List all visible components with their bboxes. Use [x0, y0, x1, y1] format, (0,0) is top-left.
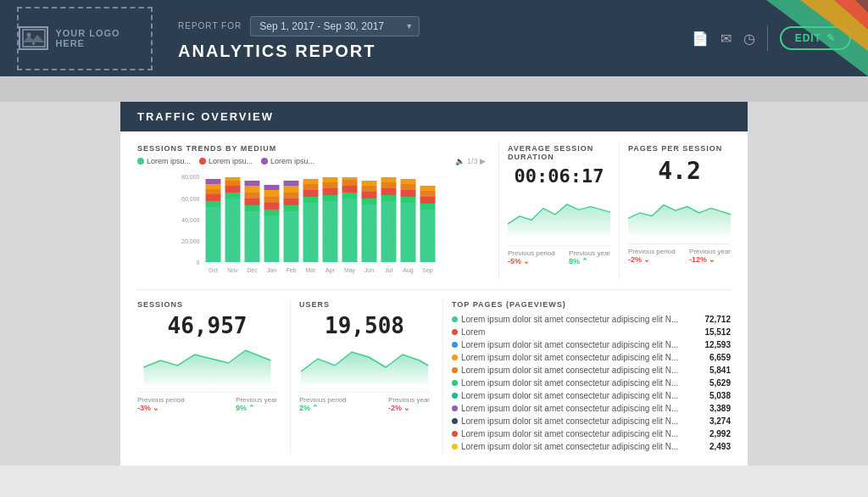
- page-row-left: Lorem ipsum dolor sit amet consectetur a…: [452, 366, 703, 375]
- svg-rect-31: [245, 198, 260, 205]
- pages-prev-year-change: -12% ⌄: [689, 255, 731, 264]
- sub-header: [0, 76, 868, 102]
- avg-prev-year: Previous year 8% ⌃: [569, 249, 610, 265]
- page-row-left: Lorem: [452, 327, 698, 337]
- pages-per-session-label: PAGES PER SESSION: [628, 144, 731, 153]
- section-title: TRAFFIC OVERVIEW: [137, 110, 274, 123]
- date-range-select[interactable]: Sep 1, 2017 - Sep 30, 2017: [250, 16, 420, 36]
- svg-rect-26: [225, 186, 241, 193]
- sessions-value: 46,957: [137, 313, 277, 338]
- page-text: Lorem ipsum dolor sit amet consectetur a…: [461, 366, 678, 375]
- svg-rect-18: [206, 207, 221, 262]
- page-text: Lorem ipsum dolor sit amet consectetur a…: [461, 378, 678, 388]
- corner-decoration: [766, 0, 868, 76]
- right-panels: AVERAGE SESSION DURATION 00:06:17: [498, 144, 731, 279]
- svg-rect-62: [362, 204, 377, 262]
- sessions-prev-period: Previous period -3% ⌄: [137, 396, 185, 412]
- page-text: Lorem ipsum dolor sit amet consectetur a…: [461, 353, 678, 362]
- svg-rect-46: [284, 181, 299, 186]
- pages-per-session-value: 4.2: [628, 157, 731, 185]
- svg-rect-57: [342, 198, 358, 262]
- sessions-prev-year-change: 9% ⌃: [236, 404, 277, 412]
- svg-rect-80: [420, 191, 436, 197]
- page-dot: [452, 418, 458, 424]
- top-page-row: Lorem ipsum dolor sit amet consectetur a…: [452, 440, 731, 453]
- top-page-row: Lorem 15,512: [452, 326, 731, 338]
- users-panel: USERS 19,508 P: [290, 300, 430, 453]
- svg-rect-37: [264, 203, 280, 209]
- logo-text: YOUR LOGO HERE: [55, 28, 151, 48]
- svg-rect-27: [225, 181, 241, 186]
- top-page-row: Lorem ipsum dolor sit amet consectetur a…: [452, 377, 731, 389]
- users-value: 19,508: [299, 313, 430, 338]
- bottom-charts-row: SESSIONS 46,957: [137, 289, 731, 453]
- page-value: 5,629: [709, 378, 731, 388]
- page-dot: [452, 380, 458, 386]
- page-dot: [452, 393, 458, 399]
- svg-rect-68: [381, 195, 397, 201]
- white-container: TRAFFIC OVERVIEW SESSIONS TRENDS BY MEDI…: [120, 102, 748, 466]
- svg-rect-23: [206, 179, 221, 184]
- svg-rect-54: [323, 188, 338, 195]
- legend-dot-1: [137, 158, 144, 165]
- svg-rect-40: [264, 185, 280, 190]
- svg-text:60,000: 60,000: [181, 196, 200, 202]
- page-value: 15,512: [704, 327, 731, 337]
- svg-rect-20: [206, 194, 221, 201]
- users-prev-year: Previous year -2% ⌄: [388, 396, 430, 412]
- svg-rect-69: [381, 188, 397, 195]
- page-dot: [452, 367, 458, 373]
- legend-row: Lorem ipsu... Lorem ipsu... Lorem ipsu..…: [137, 157, 486, 165]
- svg-rect-77: [420, 209, 436, 262]
- pages-per-session-chart: [628, 189, 731, 236]
- svg-rect-38: [264, 197, 280, 203]
- avg-prev-year-change: 8% ⌃: [569, 257, 610, 265]
- svg-rect-76: [401, 179, 416, 184]
- logo-area: + YOUR LOGO HERE: [17, 7, 153, 70]
- date-select-wrapper[interactable]: Sep 1, 2017 - Sep 30, 2017: [250, 16, 420, 36]
- users-chart: [299, 342, 430, 384]
- users-label: USERS: [299, 300, 430, 309]
- page-row-left: Lorem ipsum dolor sit amet consectetur a…: [452, 378, 703, 388]
- svg-rect-24: [225, 198, 241, 262]
- page-value: 6,659: [709, 353, 731, 362]
- svg-marker-96: [144, 350, 271, 384]
- svg-rect-48: [303, 197, 319, 203]
- svg-rect-71: [381, 177, 397, 182]
- svg-rect-43: [284, 198, 299, 205]
- svg-rect-53: [323, 195, 338, 201]
- svg-rect-42: [284, 205, 299, 211]
- page-dot: [452, 444, 458, 450]
- bar-chart-svg: 80,000 60,000 40,000 20,000 0: [137, 169, 486, 279]
- pages-prev-period-change: -2% ⌄: [628, 255, 676, 264]
- svg-rect-70: [381, 182, 397, 188]
- sessions-prev-year: Previous year 9% ⌃: [236, 396, 277, 412]
- top-page-row: Lorem ipsum dolor sit amet consectetur a…: [452, 402, 731, 415]
- svg-rect-36: [264, 209, 280, 215]
- page-row-left: Lorem ipsum dolor sit amet consectetur a…: [452, 416, 703, 426]
- top-page-row: Lorem ipsum dolor sit amet consectetur a…: [452, 338, 731, 351]
- svg-text:80,000: 80,000: [181, 174, 200, 180]
- svg-text:Sep: Sep: [422, 267, 433, 274]
- svg-rect-52: [323, 201, 338, 262]
- svg-rect-25: [225, 193, 241, 198]
- users-prev-period: Previous period 2% ⌃: [299, 396, 347, 412]
- svg-rect-47: [303, 203, 319, 262]
- clock-icon[interactable]: ◷: [743, 31, 755, 47]
- legend-label-3: Lorem ipsu...: [270, 157, 314, 165]
- avg-session-chart: [508, 191, 610, 237]
- svg-rect-44: [284, 193, 299, 198]
- email-icon[interactable]: ✉: [721, 31, 732, 47]
- page-text: Lorem: [461, 327, 485, 337]
- svg-rect-50: [303, 184, 319, 190]
- svg-rect-19: [206, 201, 221, 207]
- analytics-title: ANALYTICS REPORT: [178, 42, 675, 61]
- svg-text:40,000: 40,000: [181, 217, 200, 223]
- download-icon[interactable]: 📄: [692, 31, 709, 47]
- users-footer: Previous period 2% ⌃ Previous year -2% ⌄: [299, 392, 430, 412]
- top-page-row: Lorem ipsum dolor sit amet consectetur a…: [452, 351, 731, 364]
- page-value: 2,493: [709, 442, 731, 451]
- pages-per-session-footer: Previous period -2% ⌄ Previous year -12%: [628, 243, 731, 264]
- svg-rect-21: [206, 189, 221, 194]
- svg-text:+: +: [31, 40, 36, 47]
